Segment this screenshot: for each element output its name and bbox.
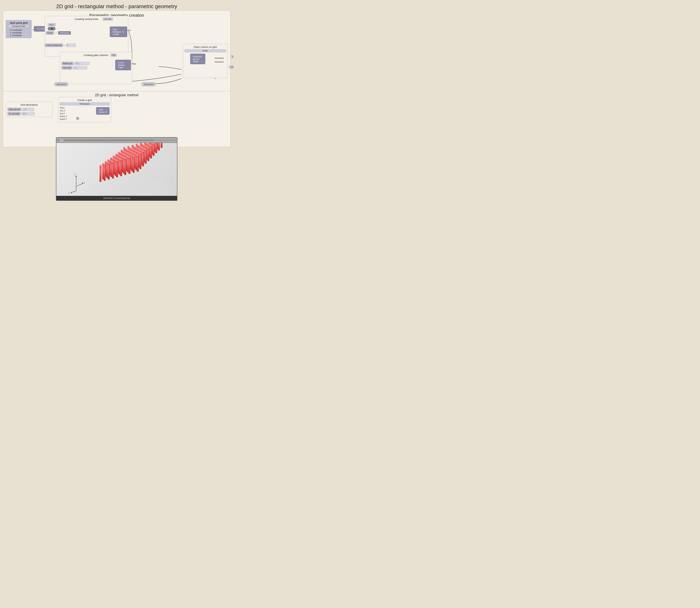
svg-point-122 <box>113 155 115 156</box>
svg-point-119 <box>153 143 155 144</box>
grid-in-sizex: Size X <box>60 109 95 112</box>
svg-marker-309 <box>71 192 72 193</box>
svg-point-269 <box>139 153 141 154</box>
svg-rect-58 <box>158 143 160 150</box>
nr-value[interactable]: 10 ◇ <box>21 112 35 115</box>
svg-point-212 <box>105 161 106 162</box>
svg-point-161 <box>122 154 124 155</box>
viewport-maximize-btn[interactable]: □ <box>60 138 63 142</box>
svg-text:y: y <box>84 182 85 184</box>
svg-point-257 <box>123 157 125 158</box>
line-direction: Direction ✏️ <box>113 31 124 33</box>
unit-vector-label: Unit vector <box>58 31 71 35</box>
svg-point-180 <box>148 160 149 161</box>
line-out-label: Line <box>127 29 131 31</box>
svg-point-47 <box>141 144 143 145</box>
svg-point-270 <box>139 168 141 169</box>
pipe-title: Creating pipe columns <box>62 54 130 57</box>
svg-point-266 <box>135 154 137 155</box>
col-height-row: Column height [m] ◇ 4 <box>45 44 76 47</box>
svg-point-297 <box>133 172 135 173</box>
pipe-curve: Curve <box>118 61 128 64</box>
svg-point-279 <box>108 179 110 180</box>
step-value[interactable]: ◇ 2 <box>22 108 34 111</box>
line-sdl-badge: Line SDL <box>103 18 113 20</box>
create-grid-title: Create a grid <box>60 99 110 101</box>
rectangular-badge: Rectangular <box>60 102 110 105</box>
svg-point-158 <box>118 155 120 156</box>
svg-point-134 <box>129 151 131 152</box>
svg-point-285 <box>116 176 118 177</box>
line-length: Length <box>113 33 124 35</box>
svg-point-282 <box>112 178 114 178</box>
svg-point-218 <box>113 159 115 159</box>
svg-point-60 <box>158 150 160 151</box>
lightning-icon: ⚡ <box>55 32 57 34</box>
svg-rect-274 <box>103 164 105 180</box>
svg-point-83 <box>147 144 149 145</box>
svg-point-92 <box>115 153 117 154</box>
svg-point-120 <box>153 155 155 156</box>
svg-point-221 <box>117 157 119 158</box>
svg-point-107 <box>136 148 138 149</box>
col-height-value[interactable]: 4 <box>66 44 76 47</box>
factor-label: Factor <box>46 31 54 35</box>
svg-text:z: z <box>74 173 75 175</box>
spg-x: X coordinate <box>8 28 30 31</box>
merge-toggle[interactable] <box>48 27 55 30</box>
line-start: Start <box>113 28 124 31</box>
spg-title: Start point grid <box>8 21 30 24</box>
svg-point-152 <box>110 157 112 158</box>
svg-rect-295 <box>133 156 135 172</box>
start-point-grid-box: Start point grid Construct Point X coord… <box>6 20 32 38</box>
axes: z y x <box>69 173 85 194</box>
svg-point-275 <box>103 164 105 165</box>
radius-value[interactable]: 0.5 ◇ <box>74 62 90 65</box>
svg-point-293 <box>129 157 131 158</box>
orient-node: Geometry Source 🚀 Target Geometry Transf… <box>190 54 205 64</box>
orient-source: Source 🚀 <box>193 58 203 60</box>
svg-point-179 <box>148 147 149 148</box>
svg-point-300 <box>137 171 139 172</box>
svg-point-230 <box>130 154 132 155</box>
grid2d-title: 2D grid - rectangular method <box>5 93 228 97</box>
svg-point-137 <box>133 150 135 151</box>
viewport-status: (600x300) Format32bppArgb <box>56 196 177 201</box>
svg-point-210 <box>145 163 147 164</box>
rocket-icon: 🚀 <box>125 64 128 66</box>
svg-point-296 <box>133 156 135 156</box>
place-column-area: Place column on grid Orient Geometry Sou… <box>183 44 228 78</box>
svg-point-95 <box>119 152 121 153</box>
svg-rect-283 <box>116 161 118 177</box>
toggle-knob <box>51 27 53 30</box>
svg-point-65 <box>122 151 124 151</box>
svg-point-188 <box>116 157 118 158</box>
svg-point-30 <box>161 147 162 148</box>
cap-value[interactable]: 1 ◇ <box>73 66 87 70</box>
svg-point-80 <box>143 145 145 146</box>
pipe-out-label: Pipe <box>132 63 136 65</box>
svg-point-290 <box>124 158 127 159</box>
svg-point-299 <box>137 154 139 155</box>
connector-y <box>8 32 9 33</box>
svg-rect-271 <box>100 165 101 182</box>
orient-icon: 🚀 <box>200 58 203 60</box>
points-out: Points ⬇ <box>99 111 107 113</box>
create-grid-area: Create a grid Rectangular Plane Size X S… <box>58 97 111 122</box>
svg-point-245 <box>106 162 108 163</box>
svg-point-281 <box>112 161 114 162</box>
column-grid-out: Column grid ◇ <box>229 66 233 69</box>
nr-label: Nr. grid cells <box>7 112 21 115</box>
svg-point-200 <box>132 152 134 153</box>
grid-dims-title: Grid dimentions <box>7 103 51 106</box>
svg-point-224 <box>121 156 123 157</box>
svg-rect-238 <box>142 151 144 166</box>
svg-point-35 <box>125 148 127 149</box>
svg-point-128 <box>121 153 123 154</box>
create-grid-inner: Plane Size X Size Y Extent X Extent Y Ce… <box>60 107 110 121</box>
svg-point-38 <box>129 147 131 148</box>
place-col-title: Place column on grid <box>184 45 226 49</box>
svg-point-242 <box>102 163 104 164</box>
svg-point-155 <box>114 156 116 157</box>
grid-in-sizey: Size Y <box>60 112 95 115</box>
